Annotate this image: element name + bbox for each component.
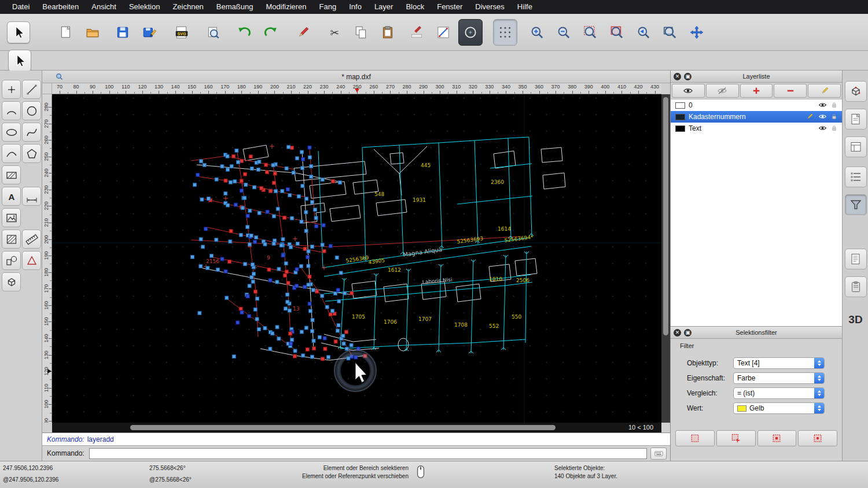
- spline-tool-button[interactable]: [22, 123, 41, 142]
- edit-layer-button[interactable]: [808, 84, 841, 98]
- stepper-icon[interactable]: [814, 403, 824, 413]
- layer-row[interactable]: Text: [671, 123, 842, 134]
- layer-lock-icon[interactable]: [830, 112, 838, 121]
- menu-modifizieren[interactable]: Modifizieren: [259, 0, 312, 14]
- pan-button[interactable]: [685, 20, 708, 45]
- cut-button[interactable]: ✂: [323, 20, 346, 45]
- edit-pencil-button[interactable]: [405, 20, 428, 45]
- layer-lock-icon[interactable]: [830, 124, 838, 132]
- layer-visibility-icon[interactable]: [818, 112, 827, 121]
- auto-zoom-button[interactable]: [579, 20, 602, 45]
- print-preview-button[interactable]: [201, 20, 225, 45]
- redo-button[interactable]: [259, 20, 282, 45]
- line-tool-button[interactable]: [22, 80, 41, 99]
- filter-dropdown[interactable]: Text [4]: [733, 357, 825, 369]
- remove-layer-button[interactable]: [774, 84, 807, 98]
- filter-subtract-button[interactable]: [757, 430, 797, 446]
- menu-selektion[interactable]: Selektion: [123, 0, 166, 14]
- hatch-tool-button[interactable]: [2, 230, 21, 249]
- ellipse-tool-button[interactable]: [2, 123, 21, 142]
- keyboard-button[interactable]: [650, 448, 667, 460]
- zoom-selection-button[interactable]: [605, 20, 628, 45]
- stepper-icon[interactable]: [814, 388, 824, 398]
- menu-datei[interactable]: Datei: [6, 0, 36, 14]
- polyline-edit-button[interactable]: [432, 20, 455, 45]
- layer-list-toggle-button[interactable]: [845, 136, 867, 157]
- menu-block[interactable]: Block: [399, 0, 431, 14]
- layer-visibility-icon[interactable]: [818, 101, 827, 109]
- filter-dropdown[interactable]: Gelb: [733, 402, 825, 414]
- menu-zeichnen[interactable]: Zeichnen: [166, 0, 209, 14]
- horizontal-scrollbar[interactable]: 10 < 100: [52, 423, 661, 432]
- left-tool-palette: A: [0, 71, 42, 461]
- draw-pencil-button[interactable]: [292, 20, 315, 45]
- menu-ansicht[interactable]: Ansicht: [85, 0, 123, 14]
- hide-all-layers-button[interactable]: [706, 84, 739, 98]
- filter-dropdown[interactable]: Farbe: [733, 372, 825, 384]
- undo-button[interactable]: [233, 20, 256, 45]
- selection-arrow-button[interactable]: [8, 50, 31, 72]
- layer-row[interactable]: 0: [671, 99, 842, 111]
- zoom-in-button[interactable]: [525, 20, 549, 45]
- polygon-tool-button[interactable]: [22, 144, 41, 163]
- svg-export-button[interactable]: SVG: [170, 20, 193, 45]
- dim-tool-button[interactable]: [22, 187, 41, 206]
- arc-tool-button[interactable]: [2, 101, 21, 120]
- menu-bearbeiten[interactable]: Bearbeiten: [36, 0, 85, 14]
- circle-tool-button[interactable]: [458, 19, 483, 46]
- copy-button[interactable]: [350, 20, 373, 45]
- command-history-toggle-button[interactable]: [845, 249, 867, 269]
- menu-hilfe[interactable]: Hilfe: [511, 0, 539, 14]
- menu-layer[interactable]: Layer: [368, 0, 400, 14]
- open-file-button[interactable]: [81, 20, 104, 45]
- menu-bemaßung[interactable]: Bemaßung: [210, 0, 260, 14]
- show-all-layers-button[interactable]: [672, 84, 705, 98]
- menu-fenster[interactable]: Fenster: [431, 0, 469, 14]
- property-editor-button[interactable]: [845, 109, 867, 130]
- clipboard-panel-button[interactable]: [845, 276, 867, 297]
- filter-dropdown[interactable]: = (ist): [733, 387, 825, 399]
- layer-visibility-icon[interactable]: [818, 124, 827, 132]
- block-list-toggle-button[interactable]: [845, 167, 867, 187]
- drawing-canvas[interactable]: 4452360548193116145256369352563694*52563…: [52, 94, 661, 423]
- curve-tool-button[interactable]: [2, 144, 21, 163]
- modify-tool-button[interactable]: [22, 251, 41, 270]
- zoom-window-button[interactable]: [659, 20, 682, 45]
- layer-lock-icon[interactable]: [830, 101, 838, 109]
- menu-diverses[interactable]: Diverses: [469, 0, 511, 14]
- new-file-button[interactable]: [54, 20, 78, 45]
- v-scroll-thumb[interactable]: [663, 97, 668, 335]
- selection-tool-button[interactable]: [7, 21, 30, 43]
- circle-tool-button[interactable]: [22, 101, 41, 120]
- save-button[interactable]: [111, 20, 134, 45]
- measure-tool-button[interactable]: [22, 230, 41, 249]
- menu-fang[interactable]: Fang: [313, 0, 343, 14]
- viewport-button[interactable]: [845, 81, 867, 102]
- layer-edit-icon[interactable]: [806, 112, 814, 121]
- vertical-scrollbar[interactable]: [661, 94, 670, 423]
- svg-text:SVG: SVG: [178, 31, 186, 35]
- grid-toggle-button[interactable]: [493, 19, 517, 46]
- filter-apply-button[interactable]: [798, 430, 837, 446]
- hatchsel-tool-button[interactable]: [2, 165, 21, 184]
- box3d-tool-button[interactable]: [2, 272, 21, 291]
- document-title: * map.dxf: [42, 73, 670, 81]
- filter-select-button[interactable]: [675, 430, 715, 446]
- add-layer-button[interactable]: [740, 84, 773, 98]
- h-scroll-thumb[interactable]: [130, 425, 556, 430]
- paste-button[interactable]: [376, 20, 399, 45]
- stepper-icon[interactable]: [814, 358, 824, 368]
- stepper-icon[interactable]: [814, 373, 824, 383]
- menu-info[interactable]: Info: [343, 0, 368, 14]
- point-tool-button[interactable]: [2, 80, 21, 99]
- selection-filter-toggle-button[interactable]: [845, 194, 867, 215]
- text-tool-button[interactable]: A: [2, 187, 21, 206]
- zoom-out-button[interactable]: [552, 20, 575, 45]
- command-input[interactable]: [89, 448, 647, 459]
- shape-tool-button[interactable]: [2, 251, 21, 270]
- layer-row[interactable]: Kadasternummern: [671, 111, 842, 123]
- save-as-button[interactable]: [138, 20, 161, 45]
- image-tool-button[interactable]: [2, 208, 21, 227]
- previous-view-button[interactable]: [632, 20, 655, 45]
- filter-add-selection-button[interactable]: [716, 430, 756, 446]
